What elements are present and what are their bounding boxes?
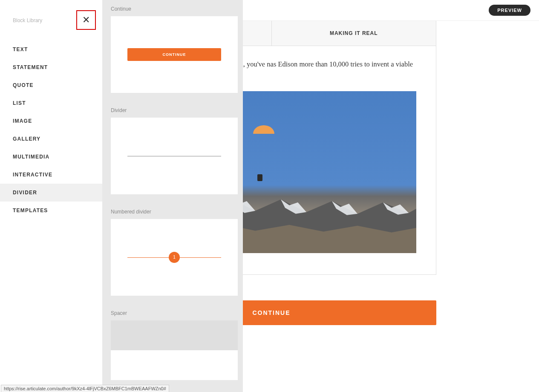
tab-making-it-real[interactable]: MAKING IT REAL bbox=[272, 21, 436, 46]
numbered-line: 1 bbox=[127, 257, 221, 258]
close-button[interactable]: ✕ bbox=[76, 10, 96, 30]
block-spacer-preview[interactable] bbox=[111, 320, 238, 380]
block-divider-label: Divider bbox=[111, 101, 238, 118]
block-continue-preview[interactable]: CONTINUE bbox=[111, 16, 238, 93]
sidebar-header: Block Library ✕ bbox=[0, 0, 102, 40]
category-divider[interactable]: DIVIDER bbox=[0, 184, 102, 202]
category-multimedia[interactable]: MULTIMEDIA bbox=[0, 148, 102, 166]
spacer-gray bbox=[111, 320, 238, 350]
block-continue-section: Continue CONTINUE bbox=[111, 0, 238, 93]
block-numbered-preview[interactable]: 1 bbox=[111, 219, 238, 296]
sidebar-title: Block Library bbox=[13, 17, 42, 23]
block-spacer-section: Spacer bbox=[111, 304, 238, 380]
category-text[interactable]: TEXT bbox=[0, 40, 102, 58]
numbered-circle: 1 bbox=[169, 252, 180, 263]
category-interactive[interactable]: INTERACTIVE bbox=[0, 166, 102, 184]
status-bar: https://rise.articulate.com/author/9kXz4… bbox=[1, 385, 169, 392]
category-templates[interactable]: TEMPLATES bbox=[0, 202, 102, 219]
close-icon: ✕ bbox=[82, 15, 90, 25]
category-gallery[interactable]: GALLERY bbox=[0, 130, 102, 148]
continue-pill: CONTINUE bbox=[127, 48, 221, 61]
divider-line bbox=[127, 156, 221, 156]
preview-button[interactable]: PREVIEW bbox=[489, 5, 530, 16]
parachute-icon bbox=[253, 125, 274, 134]
category-image[interactable]: IMAGE bbox=[0, 112, 102, 130]
block-divider-section: Divider bbox=[111, 101, 238, 194]
block-numbered-section: Numbered divider 1 bbox=[111, 203, 238, 296]
block-continue-label: Continue bbox=[111, 0, 238, 16]
category-list[interactable]: LIST bbox=[0, 94, 102, 112]
category-statement[interactable]: STATEMENT bbox=[0, 58, 102, 76]
block-library-sidebar: Block Library ✕ TEXT STATEMENT QUOTE LIS… bbox=[0, 0, 102, 392]
category-quote[interactable]: QUOTE bbox=[0, 76, 102, 94]
spacer-white bbox=[111, 350, 238, 380]
category-list: TEXT STATEMENT QUOTE LIST IMAGE GALLERY … bbox=[0, 40, 102, 219]
block-divider-preview[interactable] bbox=[111, 118, 238, 194]
block-spacer-label: Spacer bbox=[111, 304, 238, 320]
block-numbered-label: Numbered divider bbox=[111, 203, 238, 219]
block-preview-panel[interactable]: Continue CONTINUE Divider Numbered divid… bbox=[102, 0, 243, 392]
paraglider-icon bbox=[257, 174, 262, 181]
